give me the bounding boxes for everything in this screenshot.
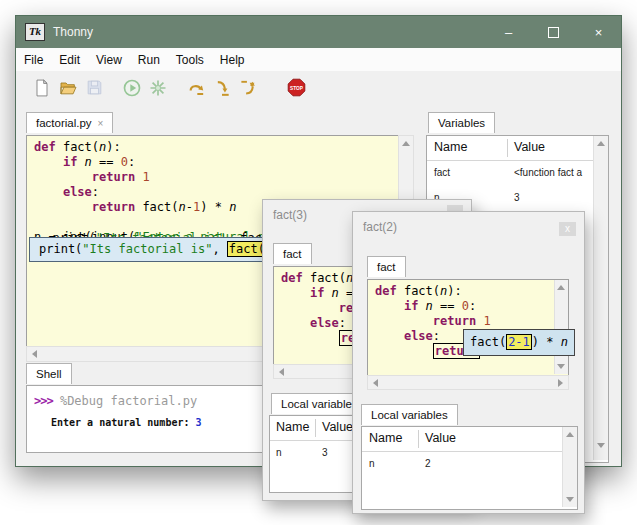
stop-icon: STOP [286, 77, 307, 98]
title-bar[interactable]: Tk Thonny – × [16, 16, 621, 48]
frame2-code[interactable]: def fact(n): if n == 0: return 1 else: r… [367, 279, 569, 377]
step-out-button[interactable] [236, 76, 260, 100]
frame-window-fact2: fact(2) x fact def fact(n): if n == 0: r… [352, 211, 585, 514]
open-file-button[interactable] [56, 76, 80, 100]
new-file-button[interactable] [30, 76, 54, 100]
menu-view[interactable]: View [88, 53, 130, 67]
tab-close-icon[interactable]: × [98, 118, 104, 129]
frame2-locals-tab[interactable]: Local variables [361, 404, 458, 425]
shell-prompt: >>> [34, 394, 53, 408]
stop-button[interactable]: STOP [284, 76, 308, 100]
debug-button[interactable] [146, 76, 170, 100]
save-file-button[interactable] [82, 76, 106, 100]
variables-table-header[interactable]: Name Value [427, 136, 608, 161]
frame2-eval-box: fact(2-1) * n [463, 329, 575, 356]
menu-file[interactable]: File [16, 53, 51, 67]
desktop: { "window": { "title": "Thonny", "contro… [0, 0, 637, 525]
menu-help[interactable]: Help [212, 53, 253, 67]
shell-command: %Debug factorial.py [53, 394, 198, 408]
debug-focus-statement: print("Its factorial is", fact(3)) [29, 237, 287, 262]
variables-tab[interactable]: Variables [428, 112, 495, 133]
menu-edit[interactable]: Edit [51, 53, 88, 67]
shell-stdout: Enter a natural number: [51, 417, 196, 428]
toolbar: STOP [16, 71, 621, 104]
step-into-button[interactable] [210, 76, 234, 100]
maximize-icon [548, 27, 559, 38]
frame2-tab-fact[interactable]: fact [367, 256, 406, 277]
variable-row-fact[interactable]: fact <function fact a [427, 161, 608, 186]
save-floppy-icon [85, 78, 104, 97]
frame1-title: fact(3) [273, 208, 307, 222]
svg-text:STOP: STOP [290, 86, 303, 91]
window-title: Thonny [53, 25, 93, 39]
menu-tools[interactable]: Tools [168, 53, 212, 67]
col-name[interactable]: Name [434, 140, 467, 154]
frame2-title: fact(2) [363, 220, 397, 234]
close-button[interactable]: × [576, 16, 621, 48]
run-icon [122, 78, 142, 98]
frame2-close-button[interactable]: x [559, 222, 576, 236]
editor-tab-factorial[interactable]: factorial.py× [26, 112, 113, 133]
debug-icon [148, 78, 168, 98]
run-button[interactable] [120, 76, 144, 100]
frame2-hscrollbar[interactable] [367, 375, 569, 390]
minimize-button[interactable]: – [486, 16, 531, 48]
frame2-code-vscrollbar[interactable] [554, 280, 568, 374]
col-value[interactable]: Value [514, 140, 545, 154]
frame2-locals-header[interactable]: Name Value [362, 427, 577, 452]
frame2-locals-table: Name Value n 2 [361, 426, 578, 510]
step-over-button[interactable] [184, 76, 208, 100]
variables-vscrollbar[interactable] [593, 136, 608, 460]
frame2-locals-vscrollbar[interactable] [562, 427, 577, 507]
editor-tab-label: factorial.py [36, 117, 92, 129]
frame1-tab-fact[interactable]: fact [273, 243, 312, 264]
shell-tab[interactable]: Shell [26, 363, 72, 384]
step-out-icon [239, 78, 258, 98]
thonny-app-icon: Tk [25, 23, 45, 41]
frame2-local-row-n[interactable]: n 2 [362, 452, 577, 477]
shell-stdin-echo: 3 [196, 417, 202, 428]
menu-bar: File Edit View Run Tools Help [16, 48, 621, 71]
menu-run[interactable]: Run [130, 53, 168, 67]
maximize-button[interactable] [531, 16, 576, 48]
open-folder-icon [58, 78, 79, 98]
new-file-icon [32, 78, 52, 98]
step-into-icon [212, 78, 232, 98]
step-over-icon [186, 78, 207, 98]
